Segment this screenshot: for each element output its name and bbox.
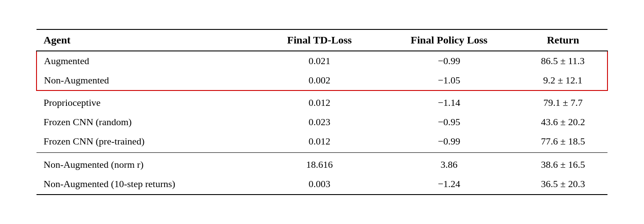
cell-return: 43.6 ± 20.2 — [519, 112, 607, 132]
table-row: Non-Augmented (norm r) 18.616 3.86 38.6 … — [37, 153, 607, 175]
cell-policy-loss: −1.05 — [380, 71, 519, 90]
cell-policy-loss: −1.14 — [380, 90, 519, 112]
cell-td-loss: 0.002 — [259, 71, 379, 90]
header-policy-loss: Final Policy Loss — [380, 29, 519, 51]
header-agent: Agent — [37, 29, 259, 51]
cell-policy-loss: 3.86 — [380, 153, 519, 175]
cell-td-loss: 18.616 — [259, 153, 379, 175]
cell-return: 9.2 ± 12.1 — [519, 71, 607, 90]
cell-td-loss: 0.012 — [259, 132, 379, 153]
cell-policy-loss: −0.99 — [380, 132, 519, 153]
cell-return: 77.6 ± 18.5 — [519, 132, 607, 153]
cell-return: 38.6 ± 16.5 — [519, 153, 607, 175]
table-row: Frozen CNN (pre-trained) 0.012 −0.99 77.… — [37, 132, 607, 153]
cell-td-loss: 0.021 — [259, 51, 379, 71]
table-container: Agent Final TD-Loss Final Policy Loss Re… — [18, 20, 626, 204]
cell-policy-loss: −0.95 — [380, 112, 519, 132]
cell-return: 79.1 ± 7.7 — [519, 90, 607, 112]
cell-policy-loss: −1.24 — [380, 174, 519, 195]
header-td-loss: Final TD-Loss — [259, 29, 379, 51]
cell-agent: Non-Augmented — [37, 71, 259, 90]
results-table: Agent Final TD-Loss Final Policy Loss Re… — [36, 29, 608, 195]
cell-td-loss: 0.003 — [259, 174, 379, 195]
cell-agent: Proprioceptive — [37, 90, 259, 112]
table-row: Augmented 0.021 −0.99 86.5 ± 11.3 — [37, 51, 607, 71]
header-return: Return — [519, 29, 607, 51]
table-row: Frozen CNN (random) 0.023 −0.95 43.6 ± 2… — [37, 112, 607, 132]
cell-return: 86.5 ± 11.3 — [519, 51, 607, 71]
cell-agent: Augmented — [37, 51, 259, 71]
cell-agent: Frozen CNN (random) — [37, 112, 259, 132]
cell-agent: Non-Augmented (10-step returns) — [37, 174, 259, 195]
cell-policy-loss: −0.99 — [380, 51, 519, 71]
cell-td-loss: 0.012 — [259, 90, 379, 112]
table-row: Non-Augmented 0.002 −1.05 9.2 ± 12.1 — [37, 71, 607, 90]
table-header-row: Agent Final TD-Loss Final Policy Loss Re… — [37, 29, 607, 51]
cell-td-loss: 0.023 — [259, 112, 379, 132]
cell-return: 36.5 ± 20.3 — [519, 174, 607, 195]
cell-agent: Frozen CNN (pre-trained) — [37, 132, 259, 153]
cell-agent: Non-Augmented (norm r) — [37, 153, 259, 175]
table-row: Proprioceptive 0.012 −1.14 79.1 ± 7.7 — [37, 90, 607, 112]
table-row: Non-Augmented (10-step returns) 0.003 −1… — [37, 174, 607, 195]
